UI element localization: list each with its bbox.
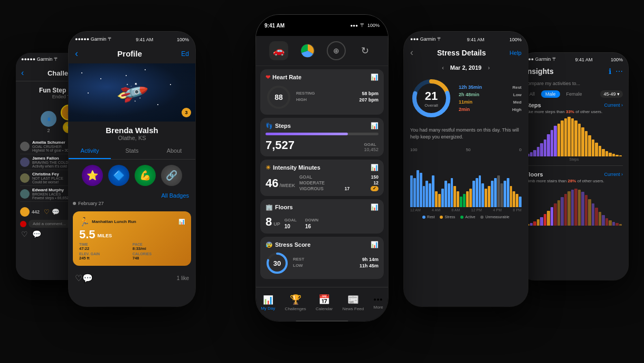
floors-description: climb more stairs than 28% of other user… bbox=[525, 179, 623, 184]
stress-bar bbox=[448, 183, 450, 207]
badge-item[interactable]: 💪 bbox=[135, 165, 156, 186]
more-icon[interactable]: ⋯ bbox=[615, 67, 623, 76]
steps-insight-bar bbox=[619, 155, 622, 156]
phone4-battery: 100% bbox=[509, 37, 522, 42]
female-gender-btn[interactable]: Female bbox=[562, 90, 586, 98]
info-icon[interactable]: ℹ bbox=[609, 67, 611, 76]
badges-section: ⭐ 🔷 💪 🔗 bbox=[69, 160, 195, 191]
phone4-help-button[interactable]: Help bbox=[509, 50, 522, 56]
nav-challenges[interactable]: 🏆 Challenges bbox=[285, 294, 306, 311]
nav-newsfeed[interactable]: 📰 News Feed bbox=[343, 294, 364, 311]
all-badges-link[interactable]: All Badges bbox=[69, 191, 195, 200]
like-icon[interactable]: ♡ bbox=[21, 230, 28, 238]
floors-section: Floors Current › climb more stairs than … bbox=[520, 169, 628, 227]
intensity-widget[interactable]: ☀ Intensity Minutes 📊 46 /WEEK GOAL 150 … bbox=[260, 160, 384, 196]
steps-widget[interactable]: 👣 Steps 📊 7,527 GOAL 10,452 bbox=[260, 118, 384, 156]
badge-item[interactable]: ⭐ bbox=[82, 165, 103, 186]
male-gender-btn[interactable]: Male bbox=[541, 90, 560, 98]
phone-myday: 9:41 AM ●●● 〒 100% 🚗 ⊕ ↻ ❤ Heart bbox=[256, 15, 388, 321]
stress-widget[interactable]: 😰 Stress Score 📊 30 REST 9h 14m bbox=[260, 237, 384, 279]
low-label: 2h 48min bbox=[459, 92, 479, 97]
comment-icon[interactable]: 💬 bbox=[52, 208, 60, 216]
floors-widget[interactable]: 🏢 Floors 📊 8 UP GOAL 10 DOWN bbox=[260, 199, 384, 234]
stress-title: 😰 Stress Score bbox=[266, 241, 310, 248]
steps-section: Steps Current › take more steps than 33%… bbox=[520, 100, 628, 162]
goal-value: 10,452 bbox=[364, 147, 378, 152]
podium-2nd-avatar: 👤 bbox=[41, 111, 56, 127]
steps-current-link[interactable]: Current › bbox=[604, 103, 623, 108]
nav-car-icon[interactable]: 🚗 bbox=[269, 41, 288, 60]
floors-value: 8 bbox=[266, 215, 272, 229]
phone2-status-bar: ●●●●● Garmin 〒 9:41 AM 100% bbox=[69, 32, 195, 45]
stress-bar bbox=[476, 178, 478, 207]
phone5-signal: ●●● Garmin 〒 bbox=[525, 56, 557, 63]
unmeasurable-dot bbox=[480, 216, 484, 219]
active-dot bbox=[460, 216, 463, 219]
steps-row: 7,527 GOAL 10,452 bbox=[266, 138, 378, 152]
floors-insight-bar bbox=[544, 214, 547, 226]
phone3-signal-icon: ●●● bbox=[350, 23, 358, 28]
nav-refresh-icon[interactable]: ↻ bbox=[356, 41, 375, 60]
intensity-stats: GOAL 150 MODERATE 12 VIGOROUS 17 ✓ bbox=[299, 174, 378, 192]
med-label: 11min bbox=[459, 99, 472, 105]
tab-about[interactable]: About bbox=[153, 143, 195, 159]
heart-rate-widget[interactable]: ❤ Heart Rate 📊 88 RESTING 58 bpm bbox=[260, 69, 384, 115]
nav-target-icon[interactable]: ⊕ bbox=[327, 41, 346, 60]
phone4-title: Stress Details bbox=[437, 49, 486, 57]
next-date-button[interactable]: › bbox=[488, 64, 490, 71]
activity-header: 🏃 Manhattan Lunch Run 📊 bbox=[79, 217, 185, 227]
phone4-back-button[interactable]: ‹ bbox=[410, 47, 413, 58]
steps-insight-bar bbox=[592, 139, 595, 156]
gauge-value: 21 Overall bbox=[424, 89, 438, 108]
phone3-bottom-nav: 📊 My Day 🏆 Challenges 📅 Calendar 📰 News … bbox=[256, 287, 388, 317]
calendar-icon: 📅 bbox=[318, 294, 330, 305]
phone2-back-button[interactable]: ‹ bbox=[75, 48, 78, 59]
prev-date-button[interactable]: ‹ bbox=[442, 64, 444, 71]
floors-current-link[interactable]: Current › bbox=[604, 172, 623, 177]
floors-insight-bar bbox=[561, 197, 564, 226]
heart-action-icon[interactable]: ♡ bbox=[75, 273, 82, 283]
badge-item[interactable]: 🔷 bbox=[108, 165, 129, 186]
run-icon: 🏃 bbox=[79, 217, 90, 227]
floors-down: DOWN 16 bbox=[305, 214, 318, 229]
stress-bar bbox=[463, 194, 466, 207]
floors-insight-bar bbox=[554, 203, 557, 226]
floors-insight-bar bbox=[585, 195, 588, 226]
gender-filter: All Male Female 45-49 ▾ bbox=[520, 88, 628, 100]
nav-more[interactable]: ••• More bbox=[374, 295, 383, 310]
phone1-back-icon[interactable]: ‹ bbox=[21, 68, 24, 78]
comment-bubble-icon[interactable]: 💬 bbox=[32, 230, 41, 238]
intensity-unit: /WEEK bbox=[279, 183, 295, 188]
floors-insight-bar bbox=[592, 203, 595, 226]
profile-tabs: Activity Stats About bbox=[69, 143, 195, 160]
tab-stats[interactable]: Stats bbox=[111, 143, 153, 159]
stress-gauge-section: 21 Overall 12h 35min Rest 2h 48min Low 1… bbox=[404, 73, 528, 124]
stress-bar bbox=[500, 183, 503, 207]
nav-calendar[interactable]: 📅 Calendar bbox=[316, 294, 333, 311]
stress-bar bbox=[420, 173, 422, 207]
low-label-text: Low bbox=[513, 92, 522, 97]
steps-insight-bar bbox=[530, 152, 533, 156]
phone5-status-bar: ●●● Garmin 〒 9:41 AM 100% bbox=[520, 53, 628, 65]
floors-insight-bar bbox=[530, 223, 533, 226]
stress-bar bbox=[425, 181, 428, 207]
floors-stats: GOAL 10 DOWN 16 bbox=[285, 214, 378, 229]
floors-insight-bar bbox=[540, 217, 543, 226]
stress-bar bbox=[410, 175, 413, 207]
age-range-selector[interactable]: 45-49 ▾ bbox=[600, 90, 623, 98]
steps-insight-bar bbox=[567, 117, 571, 156]
phone4-status-bar: ●●● Garmin 〒 9:41 AM 100% bbox=[404, 32, 528, 45]
stat-rest: 12h 35min Rest bbox=[459, 83, 522, 91]
steps-value: 7,527 bbox=[266, 138, 295, 152]
nav-myday[interactable]: 📊 My Day bbox=[261, 295, 275, 311]
phone2-edit-button[interactable]: Ed bbox=[181, 50, 189, 58]
comment-action-icon[interactable]: 💬 bbox=[82, 273, 93, 283]
stress-low-stat: LOW 11h 45m bbox=[293, 263, 378, 268]
nav-pie-icon[interactable] bbox=[298, 41, 317, 60]
floors-insight-bar bbox=[564, 194, 567, 226]
tab-activity[interactable]: Activity bbox=[69, 143, 111, 159]
stress-bar bbox=[460, 197, 462, 207]
heart-icon[interactable]: ♡ bbox=[44, 208, 50, 216]
badge-item[interactable]: 🔗 bbox=[161, 165, 182, 186]
activity-card[interactable]: 🏃 Manhattan Lunch Run 📊 5.5 MILES TIME 4… bbox=[73, 211, 191, 266]
